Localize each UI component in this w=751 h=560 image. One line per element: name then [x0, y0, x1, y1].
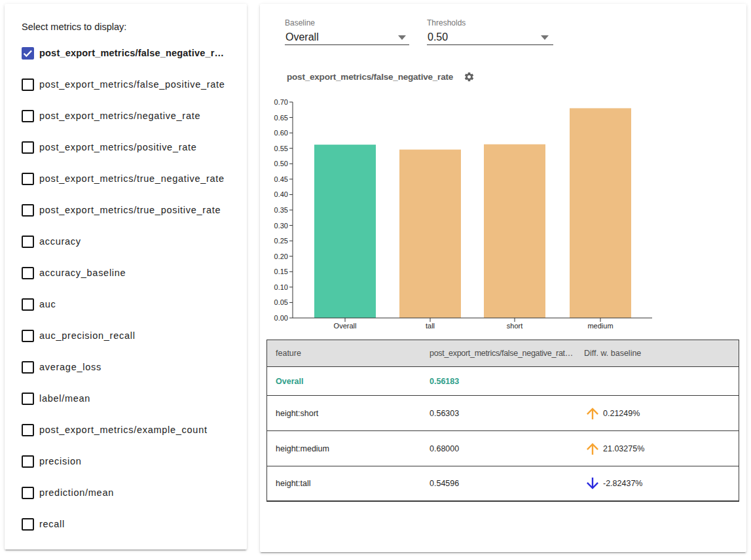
svg-text:0.40: 0.40 [274, 190, 288, 198]
svg-text:0.45: 0.45 [274, 175, 288, 183]
svg-text:0.60: 0.60 [274, 129, 288, 137]
svg-text:0.20: 0.20 [274, 253, 288, 260]
svg-text:0.15: 0.15 [274, 268, 288, 275]
svg-text:0.35: 0.35 [274, 206, 288, 214]
svg-text:short: short [507, 322, 522, 330]
svg-text:medium: medium [587, 322, 613, 330]
svg-text:0.00: 0.00 [274, 314, 288, 322]
svg-text:0.30: 0.30 [274, 222, 288, 230]
svg-text:0.10: 0.10 [274, 283, 288, 291]
svg-text:tall: tall [426, 322, 435, 330]
svg-text:0.65: 0.65 [274, 114, 288, 122]
svg-text:0.50: 0.50 [274, 160, 288, 167]
svg-text:0.05: 0.05 [274, 298, 288, 306]
svg-text:0.25: 0.25 [274, 237, 288, 245]
svg-text:0.70: 0.70 [274, 98, 288, 106]
svg-text:0.55: 0.55 [274, 145, 288, 152]
svg-text:Overall: Overall [334, 322, 357, 330]
